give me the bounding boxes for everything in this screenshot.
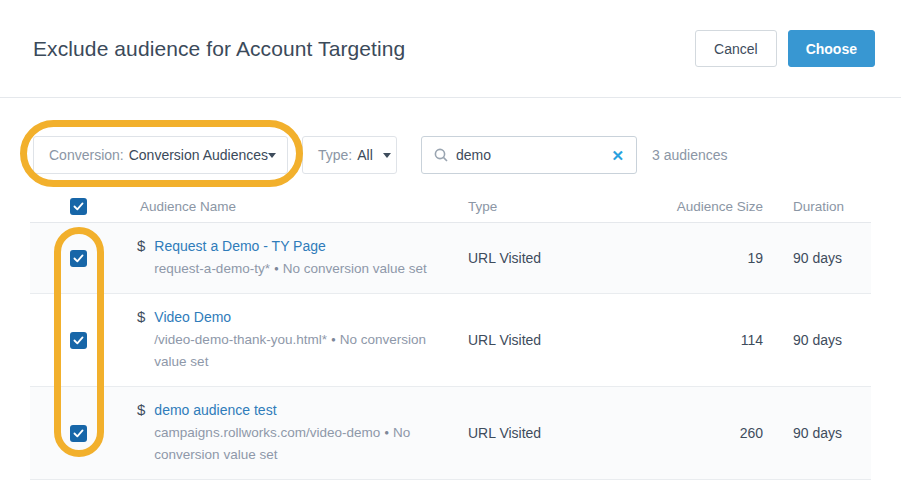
audience-size: 260 [653, 425, 763, 441]
audience-name-cell: $ Request a Demo - TY Page request-a-dem… [137, 236, 468, 280]
audience-subtext: campaigns.rollworks.com/video-demo●No co… [154, 422, 454, 466]
header-actions: Cancel Choose [695, 30, 875, 67]
conversion-filter-label: Conversion: [49, 147, 124, 163]
header-check-cell [30, 198, 137, 215]
column-header-audience-name: Audience Name [137, 199, 468, 214]
audience-name-cell: $ Video Demo /video-demo-thank-you.html*… [137, 307, 468, 373]
filter-bar: Conversion: Conversion Audiences Type: A… [0, 98, 901, 174]
audience-type: URL Visited [468, 425, 653, 441]
table-row: $ Request a Demo - TY Page request-a-dem… [30, 223, 871, 294]
modal-header: Exclude audience for Account Targeting C… [0, 0, 901, 98]
check-icon [73, 429, 84, 438]
audience-name-link[interactable]: Request a Demo - TY Page [154, 236, 325, 256]
dollar-icon: $ [137, 400, 145, 420]
table-row: $ demo audience test campaigns.rollworks… [30, 387, 871, 480]
audience-size: 19 [653, 250, 763, 266]
audience-subtext: /video-demo-thank-you.html*●No conversio… [154, 329, 454, 373]
row-checkbox[interactable] [70, 332, 87, 349]
audience-duration: 90 days [763, 250, 871, 266]
audience-name-link[interactable]: Video Demo [154, 307, 231, 327]
conversion-filter-dropdown[interactable]: Conversion: Conversion Audiences [33, 136, 288, 174]
check-icon [73, 336, 84, 345]
search-input[interactable] [456, 147, 611, 163]
row-checkbox[interactable] [70, 250, 87, 267]
bullet-separator-icon: ● [384, 428, 389, 437]
audience-subtext: request-a-demo-ty*●No conversion value s… [154, 258, 426, 280]
column-header-type: Type [468, 199, 653, 214]
clear-search-icon[interactable]: ✕ [611, 148, 624, 163]
search-icon [434, 148, 448, 162]
chevron-down-icon [268, 153, 276, 158]
column-header-audience-size: Audience Size [653, 199, 763, 214]
audience-duration: 90 days [763, 425, 871, 441]
audience-name-link[interactable]: demo audience test [154, 400, 276, 420]
column-header-duration: Duration [763, 199, 871, 214]
audience-duration: 90 days [763, 332, 871, 348]
select-all-checkbox[interactable] [70, 198, 87, 215]
results-count: 3 audiences [652, 147, 728, 163]
bullet-separator-icon: ● [331, 335, 336, 344]
row-checkbox[interactable] [70, 425, 87, 442]
row-check-cell [30, 425, 137, 442]
type-filter-dropdown[interactable]: Type: All [302, 136, 397, 174]
dollar-icon: $ [137, 236, 145, 256]
bullet-separator-icon: ● [274, 264, 279, 273]
row-check-cell [30, 250, 137, 267]
cancel-button[interactable]: Cancel [695, 30, 777, 67]
type-filter-label: Type: [318, 147, 352, 163]
audience-type: URL Visited [468, 332, 653, 348]
chevron-down-icon [383, 153, 391, 158]
audience-size: 114 [653, 332, 763, 348]
type-filter-value: All [357, 147, 373, 163]
audience-type: URL Visited [468, 250, 653, 266]
exclude-audience-modal: Exclude audience for Account Targeting C… [0, 0, 901, 497]
audience-table: Audience Name Type Audience Size Duratio… [30, 190, 871, 480]
row-check-cell [30, 332, 137, 349]
dollar-icon: $ [137, 307, 145, 327]
audience-name-cell: $ demo audience test campaigns.rollworks… [137, 400, 468, 466]
check-icon [73, 202, 84, 211]
choose-button[interactable]: Choose [788, 30, 875, 67]
check-icon [73, 254, 84, 263]
page-title: Exclude audience for Account Targeting [33, 37, 405, 61]
table-row: $ Video Demo /video-demo-thank-you.html*… [30, 294, 871, 387]
conversion-filter-value: Conversion Audiences [129, 147, 268, 163]
table-header-row: Audience Name Type Audience Size Duratio… [30, 190, 871, 223]
audience-search-box: ✕ [421, 136, 637, 174]
